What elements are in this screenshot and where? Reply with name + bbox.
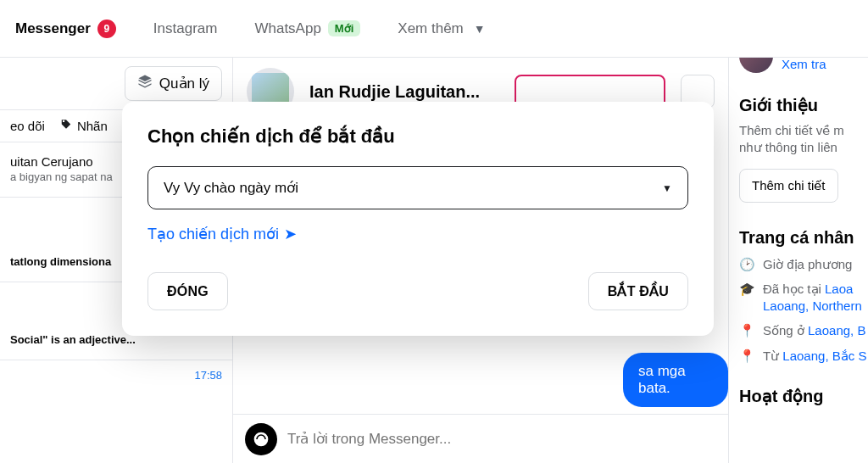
manage-label: Quản lý: [159, 75, 209, 92]
tab-instagram[interactable]: Instagram: [153, 20, 218, 37]
campaign-select[interactable]: Vy Vy chào ngày mới ▼: [147, 166, 688, 209]
ai-icon[interactable]: [245, 423, 277, 455]
filter-follow[interactable]: eo dõi: [10, 119, 45, 133]
education-sub-link[interactable]: Laoang, Northern: [763, 298, 862, 313]
education-link[interactable]: Laoa: [825, 282, 853, 296]
profile-row-text: Giờ địa phương: [763, 256, 852, 273]
compose-input[interactable]: [287, 431, 716, 448]
dialog-title: Chọn chiến dịch để bắt đầu: [147, 126, 688, 148]
avatar[interactable]: [739, 58, 773, 73]
layers-icon: [137, 74, 153, 93]
location-icon: 📍: [739, 322, 754, 339]
chevron-down-icon: ▼: [662, 182, 672, 194]
tag-icon: [60, 119, 72, 133]
clock-icon: 🕑: [739, 256, 754, 273]
chevron-down-icon: ▼: [474, 22, 486, 36]
tab-more[interactable]: Xem thêm ▼: [398, 20, 485, 37]
badge-new: Mới: [328, 20, 360, 36]
from-link[interactable]: Laoang, Bắc S: [782, 349, 866, 363]
profile-row-text: Từ Laoang, Bắc S: [763, 348, 866, 365]
message-bubble-sent: sa mga bata.: [623, 353, 728, 407]
profile-section-title: Trang cá nhân: [739, 228, 868, 248]
profile-row-lives: 📍 Sống ở Laoang, B: [739, 322, 868, 339]
add-detail-button[interactable]: Thêm chi tiết: [739, 169, 838, 203]
close-button[interactable]: ĐÓNG: [147, 272, 228, 310]
chat-title: Ian Rudjie Laguitan...: [309, 82, 499, 102]
conversation-item[interactable]: 17:58: [0, 360, 232, 395]
manage-button[interactable]: Quản lý: [125, 66, 222, 101]
tab-label: Messenger: [15, 20, 91, 37]
intro-title: Giới thiệu: [739, 95, 868, 115]
tab-label: WhatsApp: [254, 20, 320, 37]
choose-campaign-dialog: Chọn chiến dịch để bắt đầu Vy Vy chào ng…: [122, 102, 714, 336]
profile-row-text: Sống ở Laoang, B: [763, 322, 865, 339]
top-tabs: Messenger 9 Instagram WhatsApp Mới Xem t…: [0, 0, 868, 58]
graduation-icon: 🎓: [739, 281, 754, 298]
message-composer: [233, 414, 728, 463]
filter-tag[interactable]: Nhãn: [60, 119, 108, 133]
tab-label: Xem thêm: [398, 20, 463, 37]
location-icon: 📍: [739, 348, 754, 365]
badge-count: 9: [97, 20, 116, 38]
start-button[interactable]: BẮT ĐẦU: [588, 272, 688, 310]
create-campaign-link[interactable]: Tạo chiến dịch mới ➤: [147, 225, 297, 243]
arrow-right-icon: ➤: [284, 225, 297, 243]
link-label: Tạo chiến dịch mới: [147, 225, 279, 243]
tab-whatsapp[interactable]: WhatsApp Mới: [254, 20, 360, 37]
location-link[interactable]: Laoang, B: [808, 323, 865, 337]
dialog-footer: ĐÓNG BẮT ĐẦU: [147, 272, 688, 310]
profile-row-text: Đã học tại Laoa Laoang, Northern: [763, 281, 862, 314]
tab-label: Instagram: [153, 20, 218, 37]
conversation-time: 17:58: [10, 369, 222, 382]
view-profile-link[interactable]: Xem tra: [782, 58, 829, 71]
campaign-selected-value: Vy Vy chào ngày mới: [164, 179, 298, 197]
profile-row-from: 📍 Từ Laoang, Bắc S: [739, 348, 868, 365]
profile-row-education: 🎓 Đã học tại Laoa Laoang, Northern: [739, 281, 868, 314]
profile-row-time: 🕑 Giờ địa phương: [739, 256, 868, 273]
filter-tag-label: Nhãn: [77, 119, 108, 133]
tab-messenger[interactable]: Messenger 9: [15, 20, 116, 38]
activity-title: Hoạt động: [739, 386, 868, 406]
intro-text: Thêm chi tiết về m như thông tin liên: [739, 122, 868, 157]
profile-panel: Ceruja Xem tra Giới thiệu Thêm chi tiết …: [728, 58, 868, 463]
